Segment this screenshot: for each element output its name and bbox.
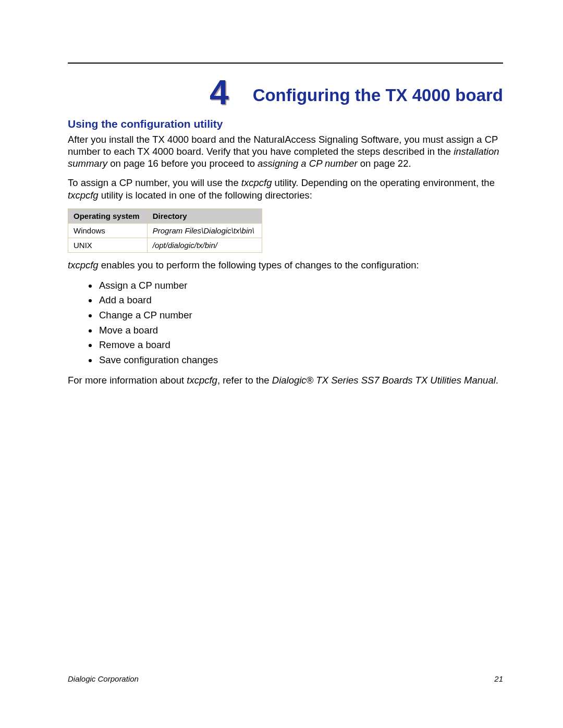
list-item: Change a CP number — [98, 308, 503, 323]
top-rule — [68, 63, 503, 64]
text: enables you to perform the following typ… — [99, 260, 419, 270]
footer-page-number: 21 — [494, 674, 503, 683]
text: utility is located in one of the followi… — [99, 190, 312, 201]
text-italic: Dialogic® TX Series SS7 Boards TX Utilit… — [272, 375, 496, 386]
chapter-title: Configuring the TX 4000 board — [253, 86, 503, 105]
text-italic: txcpcfg — [68, 190, 99, 201]
section-heading: Using the configuration utility — [68, 118, 503, 130]
text: To assign a CP number, you will use the — [68, 177, 241, 188]
text: . — [496, 375, 498, 386]
changes-list: Assign a CP number Add a board Change a … — [68, 278, 503, 368]
text-italic: txcpcfg — [68, 260, 99, 270]
text: , refer to the — [217, 375, 272, 386]
text: utility. Depending on the operating envi… — [272, 177, 495, 188]
list-item: Save configuration changes — [98, 353, 503, 368]
text-italic: assigning a CP number — [258, 158, 358, 169]
list-item: Assign a CP number — [98, 278, 503, 293]
cell-os: UNIX — [68, 238, 148, 252]
cell-os: Windows — [68, 223, 148, 238]
text: After you install the TX 4000 board and … — [68, 134, 498, 157]
text-italic: txcpcfg — [187, 375, 217, 386]
text-italic: txcpcfg — [241, 177, 272, 188]
paragraph-utility-location: To assign a CP number, you will use the … — [68, 177, 503, 201]
directories-table: Operating system Directory Windows Progr… — [68, 208, 262, 253]
table-row: Windows Program Files\Dialogic\tx\bin\ — [68, 223, 262, 238]
col-header-dir: Directory — [147, 208, 262, 223]
chapter-number: 4 — [210, 75, 229, 109]
table-row: UNIX /opt/dialogic/tx/bin/ — [68, 238, 262, 252]
page: 4 Configuring the TX 4000 board Using th… — [0, 0, 563, 728]
text: on page 16 before you proceed to — [107, 158, 258, 169]
chapter-header: 4 Configuring the TX 4000 board — [68, 72, 503, 106]
page-footer: Dialogic Corporation 21 — [68, 674, 503, 683]
table-header-row: Operating system Directory — [68, 208, 262, 223]
col-header-os: Operating system — [68, 208, 148, 223]
paragraph-intro: After you install the TX 4000 board and … — [68, 133, 503, 169]
paragraph-more-info: For more information about txcpcfg, refe… — [68, 374, 503, 386]
text: For more information about — [68, 375, 187, 386]
text: on page 22. — [358, 158, 411, 169]
list-item: Add a board — [98, 293, 503, 308]
cell-dir: Program Files\Dialogic\tx\bin\ — [147, 223, 262, 238]
list-item: Move a board — [98, 323, 503, 338]
footer-corp: Dialogic Corporation — [68, 674, 139, 683]
paragraph-changes-intro: txcpcfg enables you to perform the follo… — [68, 259, 503, 271]
cell-dir: /opt/dialogic/tx/bin/ — [147, 238, 262, 252]
list-item: Remove a board — [98, 338, 503, 353]
